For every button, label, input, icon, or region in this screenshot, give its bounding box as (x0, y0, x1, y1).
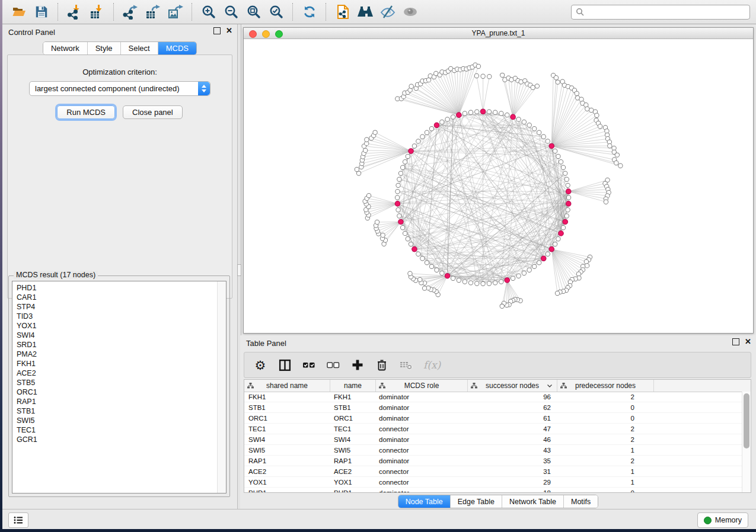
network-node[interactable] (418, 277, 422, 281)
minimize-window-icon[interactable] (262, 30, 270, 38)
mcds-result-item[interactable]: TEC1 (17, 425, 215, 435)
first-neighbors-button[interactable] (355, 2, 376, 21)
network-node[interactable] (468, 281, 473, 285)
export-image-button[interactable] (165, 2, 186, 21)
network-node[interactable] (401, 226, 405, 230)
network-node[interactable] (554, 76, 558, 80)
table-scrollbar-thumb[interactable] (744, 393, 749, 448)
criterion-select[interactable]: largest connected component (undirected) (29, 81, 210, 96)
table-settings-button[interactable]: ⚙ (253, 357, 267, 373)
network-node[interactable] (355, 167, 359, 171)
delete-column-button[interactable] (375, 357, 389, 373)
table-row[interactable]: TEC1TEC1connector472 (244, 424, 742, 434)
network-node[interactable] (408, 271, 412, 275)
table-row[interactable]: ACE2ACE2connector311 (244, 466, 742, 477)
network-node[interactable] (505, 113, 509, 117)
network-node[interactable] (604, 200, 608, 204)
network-node[interactable] (532, 264, 536, 268)
network-node[interactable] (429, 264, 433, 268)
network-node[interactable] (598, 124, 602, 129)
mcds-result-item[interactable]: SWI5 (17, 416, 215, 425)
maximize-window-icon[interactable] (275, 30, 283, 38)
network-node[interactable] (425, 130, 429, 134)
column-header-name[interactable]: name (330, 380, 376, 392)
tab-select[interactable]: Select (120, 42, 158, 55)
mcds-hub-node[interactable] (505, 278, 510, 283)
network-node[interactable] (546, 139, 550, 143)
network-node[interactable] (462, 111, 467, 116)
mcds-hub-node[interactable] (559, 231, 564, 236)
network-node[interactable] (614, 161, 618, 165)
table-row[interactable]: YOX1YOX1connector291 (244, 477, 742, 488)
tab-mcds[interactable]: MCDS (158, 42, 196, 55)
open-file-button[interactable] (8, 2, 30, 21)
network-node[interactable] (615, 153, 619, 157)
table-row[interactable]: PHD1PHD1dominator180 (244, 488, 742, 492)
mcds-result-item[interactable]: STB5 (17, 378, 215, 387)
mcds-result-item[interactable]: YOX1 (17, 321, 215, 331)
table-row[interactable]: SWI5SWI5connector431 (244, 445, 742, 456)
network-node[interactable] (451, 115, 455, 119)
table-scrollbar[interactable] (742, 392, 751, 492)
network-node[interactable] (564, 214, 569, 218)
network-frame-titlebar[interactable]: YPA_prune.txt_1 (244, 28, 753, 39)
network-node[interactable] (403, 231, 407, 235)
mcds-result-item[interactable]: ORC1 (17, 387, 215, 397)
network-node[interactable] (585, 264, 589, 268)
network-node[interactable] (395, 189, 400, 193)
network-node[interactable] (366, 193, 371, 197)
mcds-hub-node[interactable] (434, 123, 439, 128)
network-node[interactable] (429, 127, 433, 131)
clone-network-button[interactable] (332, 2, 353, 21)
network-node[interactable] (475, 110, 479, 114)
mcds-result-item[interactable]: CAR1 (17, 293, 215, 302)
network-node[interactable] (365, 137, 369, 142)
show-all-button[interactable] (400, 2, 421, 21)
network-node[interactable] (575, 91, 579, 95)
network-node[interactable] (595, 113, 599, 117)
network-node[interactable] (500, 73, 504, 77)
network-node[interactable] (475, 281, 479, 286)
column-header-successor-nodes[interactable]: successor nodes (468, 380, 557, 392)
mcds-hub-node[interactable] (549, 246, 554, 252)
network-node[interactable] (566, 183, 570, 187)
column-header-mcds-role[interactable]: MCDS role (376, 380, 468, 392)
mcds-hub-node[interactable] (566, 189, 571, 194)
network-node[interactable] (527, 268, 531, 272)
network-node[interactable] (403, 159, 407, 164)
network-node[interactable] (440, 120, 444, 124)
network-node[interactable] (566, 208, 570, 212)
network-node[interactable] (563, 171, 567, 175)
network-node[interactable] (422, 286, 426, 290)
mcds-result-item[interactable]: STB1 (17, 406, 215, 416)
mcds-result-item[interactable]: SRD1 (17, 340, 215, 350)
network-node[interactable] (500, 304, 504, 308)
show-column-dialog-button[interactable] (277, 357, 292, 373)
tab-node-table[interactable]: Node Table (398, 495, 450, 508)
network-node[interactable] (406, 236, 410, 241)
network-node[interactable] (381, 233, 385, 237)
mcds-result-item[interactable]: STP4 (17, 302, 215, 312)
delete-table-button[interactable] (399, 357, 413, 373)
network-node[interactable] (397, 214, 401, 218)
mcds-hub-node[interactable] (541, 256, 546, 261)
table-row[interactable]: STB1STB1dominator620 (244, 402, 742, 413)
network-node[interactable] (553, 242, 557, 246)
zoom-in-button[interactable] (198, 2, 219, 21)
network-node[interactable] (474, 73, 479, 78)
network-node[interactable] (420, 257, 425, 261)
mcds-hub-node[interactable] (511, 114, 516, 120)
search-input[interactable] (587, 7, 745, 17)
network-node[interactable] (537, 130, 541, 134)
mcds-hub-node[interactable] (398, 219, 404, 225)
close-panel-icon[interactable]: ✕ (226, 28, 232, 34)
mcds-hub-node[interactable] (549, 143, 554, 149)
close-window-icon[interactable] (249, 30, 257, 38)
tab-motifs[interactable]: Motifs (563, 495, 598, 508)
panels-menu-button[interactable] (8, 512, 28, 528)
tab-network[interactable]: Network (43, 42, 87, 55)
select-all-columns-button[interactable] (302, 357, 316, 373)
import-network-button[interactable] (64, 2, 85, 21)
create-column-button[interactable] (350, 357, 365, 373)
network-node[interactable] (406, 154, 410, 158)
